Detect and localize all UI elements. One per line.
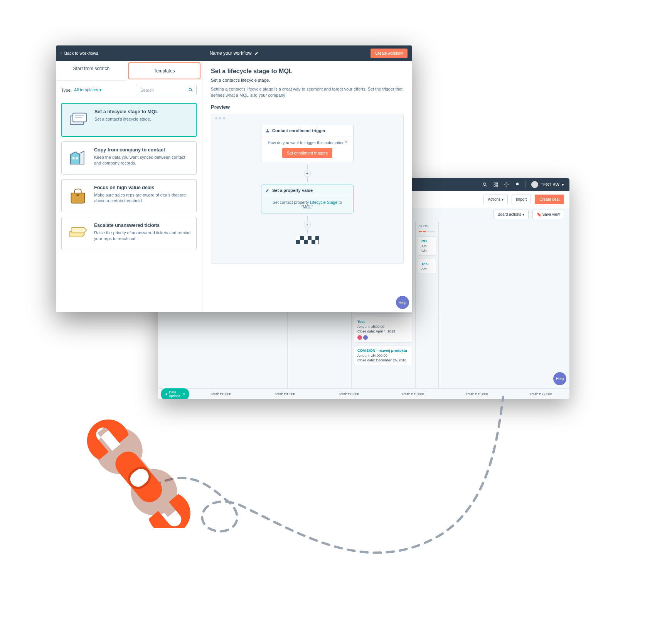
- svg-point-16: [267, 129, 268, 131]
- owner-chip: [357, 335, 362, 340]
- template-icon: [67, 185, 89, 207]
- svg-rect-19: [125, 464, 153, 492]
- import-button[interactable]: Import: [512, 195, 531, 204]
- svg-point-6: [506, 184, 508, 185]
- preview-canvas: Contact enrollment trigger How do you wa…: [211, 114, 404, 264]
- column-total: Total: zł15,000: [381, 392, 445, 396]
- deals-footer: Beta options ▾ Total: zł8,000Total: zł1,…: [158, 388, 569, 399]
- deal-close-date: Clo: [421, 248, 433, 253]
- tab-start-from-scratch[interactable]: Start from scratch: [56, 61, 127, 81]
- svg-line-1: [486, 185, 487, 186]
- deal-title: Tes: [421, 262, 433, 267]
- create-workflow-button[interactable]: Create workflow: [371, 49, 408, 58]
- workflow-window: ‹ Back to workflows Name your workflow C…: [56, 45, 412, 312]
- template-title: Escalate unanswered tickets: [94, 223, 191, 228]
- search-input[interactable]: Search: [137, 85, 197, 95]
- enrollment-trigger-step[interactable]: Contact enrollment trigger How do you wa…: [261, 125, 354, 162]
- tab-templates[interactable]: Templates: [128, 62, 201, 79]
- preview-description: Setting a contact's lifecycle stage is a…: [211, 86, 404, 99]
- search-icon[interactable]: [482, 182, 488, 187]
- actions-button[interactable]: Actions ▾: [483, 195, 508, 204]
- user-label: TEST BW: [541, 182, 559, 187]
- deal-title: COVISION - rozwój produktu: [357, 348, 409, 353]
- template-card[interactable]: Copy from company to contact Keep the da…: [61, 141, 197, 175]
- template-desc: Keep the data you want synced between co…: [94, 154, 191, 166]
- column-total: Total: zł1,500: [253, 392, 317, 396]
- add-step-button[interactable]: +: [304, 170, 311, 177]
- preview-label: Preview: [211, 104, 404, 110]
- deal-close-date: Close date: December 26, 2018: [357, 358, 409, 363]
- svg-rect-21: [125, 464, 153, 492]
- template-title: Copy from company to contact: [94, 147, 191, 153]
- notifications-icon[interactable]: [515, 182, 520, 187]
- svg-rect-17: [114, 448, 169, 507]
- beta-options-button[interactable]: Beta options ▾: [161, 388, 189, 400]
- add-step-button[interactable]: +: [304, 221, 311, 228]
- edit-icon[interactable]: [254, 51, 259, 55]
- lifecycle-stage-link[interactable]: Lifecycle Stage: [310, 200, 337, 205]
- template-desc: Set a contact's lifecycle stage.: [94, 116, 158, 122]
- svg-rect-13: [72, 157, 74, 159]
- column-total: Total: zł8,000: [189, 392, 253, 396]
- template-title: Focus on high value deals: [94, 185, 191, 190]
- template-icon: [67, 109, 89, 131]
- deal-amount: Amount: zł4,000.00: [357, 353, 409, 358]
- board-actions-button[interactable]: Board actions ▾: [493, 210, 529, 219]
- owner-chip: [363, 335, 368, 340]
- preview-heading: Set a lifecycle stage to MQL: [211, 68, 404, 75]
- marketplace-icon[interactable]: [493, 182, 499, 187]
- workflow-preview-panel: Set a lifecycle stage to MQL Set a conta…: [202, 61, 412, 312]
- deal-card[interactable]: COAm Clo: [418, 236, 436, 256]
- deal-card[interactable]: TesAm: [418, 259, 436, 274]
- workflow-left-panel: Start from scratch Templates Type: All t…: [56, 61, 202, 312]
- chevron-left-icon: ‹: [61, 51, 62, 55]
- svg-line-8: [191, 91, 192, 92]
- svg-rect-4: [494, 185, 496, 186]
- workflow-title[interactable]: Name your workflow: [210, 50, 259, 56]
- chevron-down-icon: ▾: [562, 182, 564, 187]
- window-dots: [211, 114, 403, 123]
- svg-point-0: [483, 183, 486, 185]
- template-card[interactable]: Escalate unanswered tickets Raise the pr…: [61, 217, 197, 250]
- template-desc: Make sure sales reps are aware of deals …: [94, 192, 191, 204]
- template-title: Set a lifecycle stage to MQL: [94, 109, 158, 114]
- svg-rect-2: [494, 183, 496, 184]
- help-button[interactable]: Help: [553, 372, 566, 385]
- deal-title: CO: [421, 239, 433, 244]
- template-icon: [67, 223, 89, 244]
- deal-close-date: Close date: April 4, 2019: [357, 329, 409, 334]
- type-filter[interactable]: All templates ▾: [74, 87, 102, 92]
- template-card[interactable]: Set a lifecycle stage to MQL Set a conta…: [61, 103, 197, 137]
- deal-column: CLOSCOAm Clo TesAm: [416, 221, 439, 388]
- column-total: Total: zł6,300: [317, 392, 381, 396]
- deal-amount: Am: [421, 267, 433, 271]
- save-view-button[interactable]: 🔖 Save view: [532, 210, 564, 219]
- deal-card[interactable]: COVISION - rozwój produktuAmount: zł4,00…: [354, 346, 413, 365]
- back-to-workflows-link[interactable]: ‹ Back to workflows: [61, 51, 98, 55]
- template-card[interactable]: Focus on high value deals Make sure sale…: [61, 179, 197, 212]
- svg-rect-14: [76, 157, 78, 159]
- template-icon: [67, 147, 89, 169]
- preview-subtitle: Set a contact's lifecycle stage.: [211, 78, 404, 82]
- deal-amount: Am: [421, 244, 433, 248]
- svg-point-7: [189, 88, 192, 91]
- avatar: [531, 181, 538, 188]
- deal-amount: Amount: zł500.00: [357, 324, 409, 329]
- decorative-path: [66, 393, 551, 593]
- column-header: CLOS: [416, 221, 438, 231]
- svg-rect-18: [111, 447, 167, 507]
- user-menu[interactable]: TEST BW ▾: [531, 181, 564, 188]
- wrench-icon: [77, 412, 193, 528]
- create-deal-button[interactable]: Create deal: [535, 195, 564, 204]
- type-label: Type:: [61, 88, 72, 92]
- help-button[interactable]: Help: [396, 296, 409, 309]
- set-property-step[interactable]: Set a property value Set contact propert…: [261, 185, 354, 213]
- svg-rect-5: [496, 185, 498, 186]
- deal-card[interactable]: TestAmount: zł500.00Close date: April 4,…: [354, 317, 413, 343]
- svg-rect-15: [77, 195, 79, 196]
- svg-rect-3: [496, 183, 498, 184]
- column-total: Total: zł72,500: [509, 392, 569, 396]
- workflow-topbar: ‹ Back to workflows Name your workflow C…: [56, 45, 412, 61]
- set-enrollment-triggers-button[interactable]: Set enrollment triggers: [282, 148, 332, 158]
- settings-icon[interactable]: [504, 182, 509, 187]
